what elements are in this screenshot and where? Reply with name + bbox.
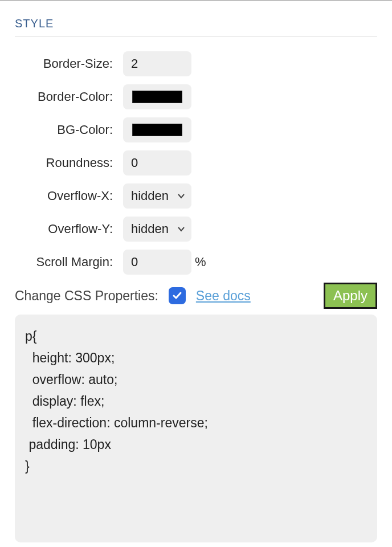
input-bg-color[interactable] — [123, 117, 191, 142]
label-bg-color: BG-Color: — [15, 123, 123, 137]
row-bg-color: BG-Color: — [15, 117, 377, 142]
row-change-css: Change CSS Properties: See docs Apply — [15, 283, 377, 309]
chevron-down-icon — [177, 224, 186, 234]
label-scroll-margin: Scroll Margin: — [15, 255, 123, 270]
css-code-editor[interactable]: p{ height: 300px; overflow: auto; displa… — [15, 315, 377, 542]
select-overflow-y-value: hidden — [131, 222, 169, 236]
input-roundness[interactable]: 0 — [123, 150, 191, 175]
input-border-color[interactable] — [123, 84, 191, 109]
row-roundness: Roundness: 0 — [15, 150, 377, 175]
swatch-border-color — [132, 91, 182, 103]
row-overflow-x: Overflow-X: hidden — [15, 183, 377, 209]
style-panel: STYLE Border-Size: 2 Border-Color: BG-Co… — [0, 0, 392, 542]
section-title: STYLE — [15, 17, 377, 30]
input-scroll-margin[interactable]: 0 — [123, 250, 191, 275]
row-overflow-y: Overflow-Y: hidden — [15, 217, 377, 242]
link-see-docs[interactable]: See docs — [196, 288, 251, 304]
input-border-size[interactable]: 2 — [123, 51, 191, 76]
label-overflow-y: Overflow-Y: — [15, 222, 123, 236]
chevron-down-icon — [177, 191, 186, 201]
row-border-color: Border-Color: — [15, 84, 377, 109]
swatch-bg-color — [132, 124, 182, 136]
select-overflow-x-value: hidden — [131, 189, 169, 203]
unit-scroll-margin: % — [195, 255, 206, 270]
divider — [15, 36, 377, 36]
label-change-css: Change CSS Properties: — [15, 288, 158, 304]
label-roundness: Roundness: — [15, 156, 123, 170]
row-scroll-margin: Scroll Margin: 0 % — [15, 250, 377, 275]
select-overflow-x[interactable]: hidden — [123, 183, 191, 209]
checkbox-change-css[interactable] — [169, 287, 186, 304]
label-overflow-x: Overflow-X: — [15, 189, 123, 203]
checkmark-icon — [172, 290, 183, 301]
select-overflow-y[interactable]: hidden — [123, 217, 191, 242]
row-border-size: Border-Size: 2 — [15, 51, 377, 76]
label-border-size: Border-Size: — [15, 56, 123, 71]
label-border-color: Border-Color: — [15, 89, 123, 104]
apply-button[interactable]: Apply — [324, 283, 377, 309]
